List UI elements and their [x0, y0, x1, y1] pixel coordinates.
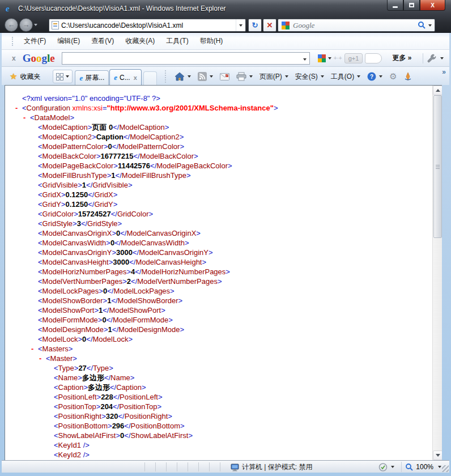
xml-token: < [38, 306, 42, 314]
xml-line: <Type>27</Type> [5, 363, 432, 373]
print-button[interactable] [234, 70, 255, 83]
xml-token: "http://www.w3.org/2001/XMLSchema-instan… [107, 104, 274, 112]
xml-token: > [97, 393, 101, 401]
separator [423, 53, 423, 63]
menu-item-0[interactable]: 文件(F) [18, 34, 52, 48]
menu-item-2[interactable]: 查看(V) [86, 34, 120, 48]
xml-token: </ [131, 277, 137, 286]
settings-button[interactable]: ⚙ [387, 70, 399, 83]
title-bar[interactable]: e C:\Users\ucancode\Desktop\VisioA1.xml … [0, 0, 451, 17]
xml-token: Name [110, 373, 130, 382]
xml-token: GridStyle [87, 219, 117, 228]
scroll-up-button[interactable] [433, 86, 442, 95]
minimize-button[interactable] [387, 0, 403, 11]
menu-item-4[interactable]: 工具(T) [160, 34, 194, 48]
refresh-button[interactable]: ↻ [248, 19, 262, 32]
toolbar-options-dropdown-icon[interactable] [440, 57, 444, 60]
xml-token: > [99, 287, 103, 295]
xml-line: <GridStyle>3</GridStyle> [5, 219, 432, 228]
xml-token: PositionTop [58, 402, 96, 411]
xml-token: 0.1250 [65, 190, 88, 199]
menu-item-3[interactable]: 收藏夹(A) [120, 34, 160, 48]
search-input[interactable] [290, 21, 415, 30]
page-menu-button[interactable]: 页面(P) [257, 70, 291, 83]
menu-item-5[interactable]: 帮助(H) [194, 34, 229, 48]
recent-pages-dropdown-icon[interactable] [34, 24, 37, 26]
read-mail-button[interactable] [218, 70, 232, 83]
more-button[interactable]: 更多 » [392, 53, 411, 63]
xml-line: <ModelCanvasOriginX>0</ModelCanvasOrigin… [5, 228, 432, 238]
maximize-button[interactable] [403, 0, 420, 11]
address-input[interactable] [59, 22, 236, 29]
menu-item-1[interactable]: 编辑(E) [52, 34, 86, 48]
back-button[interactable]: ← [5, 18, 18, 32]
xml-token: </ [110, 383, 116, 392]
xml-token: ModelCanvasWidth [42, 239, 107, 247]
compatibility-icon[interactable] [378, 463, 388, 471]
xml-line: <GridColor>15724527</GridColor> [5, 209, 432, 219]
toolbar-grip[interactable] [12, 37, 14, 46]
collapse-toggle-icon[interactable]: - [31, 344, 38, 354]
collapse-toggle-icon[interactable]: - [15, 103, 22, 113]
xml-token: < [54, 402, 58, 411]
tools-menu-button[interactable]: 工具(O) [329, 70, 363, 83]
vertical-scrollbar[interactable] [432, 86, 442, 460]
xml-token: > [168, 412, 172, 420]
overflow-chevron-icon[interactable]: » [442, 68, 446, 76]
favorites-button[interactable]: ★ 收藏夹 [6, 70, 44, 83]
tab-0[interactable]: e屏幕... [75, 70, 109, 85]
new-tab-stub[interactable] [143, 71, 157, 85]
xml-token: </ [150, 162, 156, 170]
search-options-dropdown-icon[interactable] [428, 24, 432, 27]
plus-one-button[interactable]: g+1 [344, 53, 363, 63]
help-button[interactable]: ? [365, 70, 385, 83]
xml-token: </ [118, 412, 125, 420]
quick-tabs-button[interactable] [53, 70, 73, 83]
xml-token: GridX [94, 190, 113, 199]
tab-close-icon[interactable]: x [134, 74, 137, 81]
xml-token: > [106, 239, 110, 247]
forward-button[interactable]: → [19, 18, 33, 32]
close-button[interactable]: X [420, 0, 445, 11]
xml-token: Type [58, 364, 74, 372]
xml-token: > [118, 219, 122, 228]
google-search-button[interactable] [314, 54, 331, 62]
feeds-button[interactable] [195, 70, 215, 83]
security-menu-button[interactable]: 安全(S) [293, 70, 326, 83]
address-dropdown-button[interactable] [236, 19, 245, 31]
scroll-down-button[interactable] [433, 450, 442, 460]
zoom-dropdown-icon[interactable] [438, 466, 441, 468]
google-search-field[interactable] [62, 52, 310, 65]
home-button[interactable] [172, 70, 193, 83]
xml-token: = [103, 104, 107, 112]
xml-token: ModelCanvasOriginX [126, 229, 196, 237]
xml-line: <GridVisible>1</GridVisible> [5, 180, 432, 190]
xml-token: < [38, 190, 42, 199]
pen-icon [404, 72, 412, 81]
collapse-toggle-icon[interactable]: - [23, 113, 30, 122]
minimize-icon [393, 6, 398, 8]
xml-token: ModelBackColor [140, 152, 194, 160]
xml-line: <ModelVertNumberPages>2</ModelVertNumber… [5, 277, 432, 286]
stop-button[interactable]: ✕ [263, 19, 276, 32]
wrench-icon[interactable] [427, 53, 437, 63]
tab-1[interactable]: eC...x [109, 69, 142, 85]
xml-token: < [38, 219, 42, 228]
home-icon [175, 72, 185, 81]
xml-token: 204 [100, 402, 113, 411]
search-icon[interactable] [418, 21, 426, 29]
resize-grip[interactable] [442, 465, 449, 472]
scrollbar-thumb[interactable] [433, 95, 442, 238]
collapse-toggle-icon[interactable]: - [39, 354, 46, 363]
google-search-dropdown[interactable] [300, 54, 309, 62]
onenote-button[interactable] [402, 70, 414, 83]
xml-line: <PositionRight>320</PositionRight> [5, 411, 432, 421]
chevron-down-icon[interactable] [391, 466, 394, 468]
zoom-level[interactable]: 100% [416, 463, 433, 471]
thumb-grip-icon [436, 167, 440, 167]
xml-token: GridX [42, 190, 61, 199]
xml-token: ModelLockPages [113, 287, 170, 295]
toolbar-grip[interactable] [165, 70, 167, 83]
toolbar-close-icon[interactable]: x [12, 54, 16, 62]
xml-token: > [180, 422, 185, 430]
